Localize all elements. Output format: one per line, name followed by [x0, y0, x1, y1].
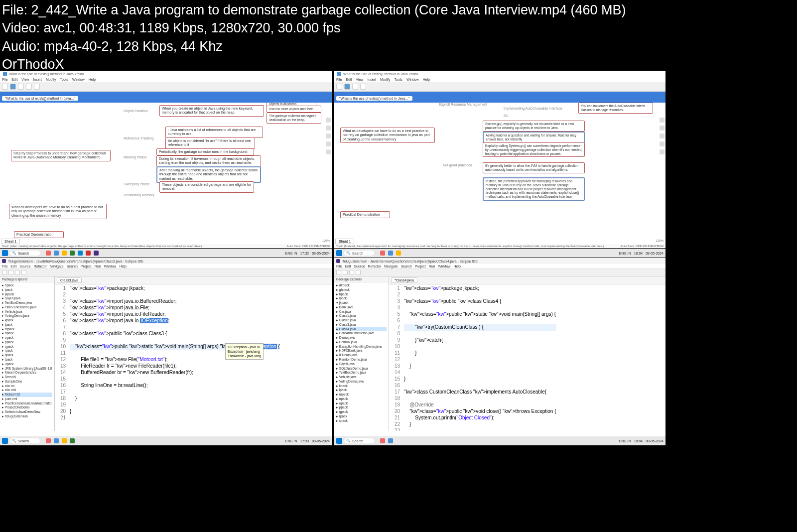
windows-taskbar-tr[interactable]: 🔍 Search ENG IN 18:04 08-05-2024 [334, 249, 665, 258]
completion-item[interactable]: Throwable - java.lang [228, 354, 261, 358]
tool-new[interactable] [336, 270, 341, 275]
tree-item[interactable]: ▸ Motoori.txt [2, 393, 52, 397]
menu-tools[interactable]: Tools [60, 78, 68, 81]
tool-new[interactable] [336, 84, 342, 90]
windows-taskbar-tl[interactable]: 🔍 Search ENG IN 17:32 08-05-2024 [0, 249, 332, 258]
node-root[interactable]: Step by Step Process to understand how g… [11, 150, 111, 161]
menu-project[interactable]: Project [81, 265, 92, 268]
menu-help[interactable]: Help [89, 78, 96, 81]
tree-item[interactable]: ▸ Bank.java [336, 305, 387, 310]
search-box[interactable]: 🔍 Search [344, 251, 374, 256]
tool-run[interactable] [356, 270, 361, 275]
tool-debug[interactable] [15, 270, 20, 275]
tree-item[interactable]: ▸ Demo.java [336, 336, 387, 340]
markers-icon[interactable] [660, 133, 664, 138]
tree-item[interactable]: ▸ Class2.java [336, 318, 387, 323]
app-icon[interactable] [46, 251, 51, 256]
date[interactable]: 08-05-2024 [646, 439, 664, 443]
tree-item[interactable]: ▸ lpack [336, 388, 387, 393]
search-box[interactable]: 🔍 Search [344, 438, 374, 443]
node-dev-best[interactable]: What as developers we have to do as a be… [9, 204, 107, 219]
app-icon[interactable] [70, 438, 75, 443]
tree-item[interactable]: ▸ TimeZonesDemo.java [2, 305, 52, 310]
format-icon[interactable] [326, 126, 331, 131]
menu-navigate[interactable]: Navigate [384, 265, 398, 268]
time[interactable]: 18:04 [634, 252, 643, 255]
tree-item[interactable]: ▸ HDFCBank.java [336, 349, 387, 353]
comments-icon[interactable] [326, 149, 331, 154]
menu-file[interactable]: File [336, 78, 342, 81]
node-marking-2[interactable]: During its execution, it traverses throu… [156, 155, 261, 167]
node-heap-2[interactable]: Used to store objects and their i [266, 106, 321, 113]
menu-tools[interactable]: Tools [395, 78, 402, 81]
format-icon[interactable] [660, 126, 664, 131]
menu-refactor[interactable]: Refactor [368, 265, 381, 268]
node-sweep[interactable]: These objects are considered garbage and… [159, 181, 254, 193]
node-ng-4[interactable]: It's generally better to allow the JVM t… [483, 162, 585, 173]
node-practical[interactable]: Practical Demonstration [340, 211, 390, 218]
menu-insert[interactable]: Insert [367, 78, 376, 81]
start-button[interactable] [336, 438, 342, 444]
code-lines[interactable]: "kw">class="kw">package jkpack;"kw">clas… [404, 285, 556, 431]
menu-run[interactable]: Run [429, 265, 435, 268]
tree-item[interactable]: ▸ upack [2, 362, 52, 367]
menu-search[interactable]: Search [67, 265, 78, 268]
comments-icon[interactable] [660, 149, 664, 154]
tree-item[interactable]: ▸ TextBoxDemo.java [336, 371, 387, 375]
node-ng-5-selected[interactable]: Instead, the preferred approach for mana… [483, 177, 585, 201]
menu-help[interactable]: Help [423, 78, 430, 81]
tree-item[interactable]: ▸ tpack [2, 358, 52, 362]
time[interactable]: 17:32 [300, 252, 309, 255]
windows-taskbar-br[interactable]: 🔍 Search ENG IN 18:04 08-05-2024 [334, 436, 665, 445]
menu-view[interactable]: View [21, 78, 29, 81]
menu-window[interactable]: Window [406, 78, 419, 81]
tree-item[interactable]: ▸ Class3.java [336, 323, 387, 327]
tree-item[interactable]: ▸ DateAndTimeDemo.java [336, 331, 387, 336]
search-box[interactable]: 🔍 Search [10, 438, 40, 443]
code-editor[interactable]: 123456789101112131415161718192021 "kw">c… [55, 284, 332, 422]
notes-icon[interactable] [660, 141, 664, 146]
tree-item[interactable]: ▸ Maven Dependencies [2, 371, 52, 375]
tree-item[interactable]: ▸ ProjectOneDemo [2, 405, 52, 410]
mindmap-canvas[interactable]: Step by Step Process to understand how g… [0, 103, 332, 247]
system-tray[interactable]: ENG IN 18:04 08-05-2024 [619, 252, 664, 255]
tree-item[interactable]: ▸ spack [336, 419, 387, 423]
markers-icon[interactable] [326, 133, 331, 138]
date[interactable]: 08-05-2024 [312, 439, 330, 443]
tree-item[interactable]: ▸ PracticeSeleniumJavaAutomationNin [2, 401, 52, 406]
menu-source[interactable]: Source [354, 265, 365, 268]
sheet-tab[interactable]: Sheet 1 [1, 239, 20, 244]
menu-edit[interactable]: Edit [345, 265, 351, 268]
sheet-tab[interactable]: Sheet 1 [335, 239, 354, 244]
zoom-label[interactable]: 120% [322, 239, 330, 242]
date[interactable]: 08-05-2024 [312, 252, 330, 255]
tree-item[interactable]: ▸ VotingDemo.java [336, 380, 387, 384]
menu-help[interactable]: Help [453, 265, 460, 268]
tree-item[interactable]: ▸ ipack [2, 288, 52, 292]
node-dev-best[interactable]: What as developers we have to do as a be… [340, 128, 435, 143]
tool-save[interactable] [343, 270, 348, 275]
tool-redo[interactable] [34, 84, 40, 90]
tree-item[interactable]: ▸ kpack [2, 318, 52, 323]
tree-item[interactable]: ▸ TeluguSelenium [2, 414, 52, 419]
node-reftrack-1[interactable]: : Java maintains a list of references to… [165, 127, 263, 138]
lang[interactable]: ENG IN [619, 252, 631, 255]
tool-undo[interactable] [360, 84, 366, 90]
package-tree[interactable]: ▸ hpack▸ ipack▾ jkpack ▸ SayHi.java ▸ Te… [0, 282, 54, 420]
menu-help[interactable]: Help [119, 265, 126, 268]
app-icon[interactable] [78, 251, 83, 256]
tree-item[interactable]: ▸ DemoN [2, 375, 52, 380]
tree-item[interactable]: ▸ TextBoxDemo.java [2, 301, 52, 305]
menu-edit[interactable]: Edit [10, 265, 16, 268]
tool-run[interactable] [21, 270, 26, 275]
tree-item[interactable]: ▸ Car.java [336, 310, 387, 314]
node-ng-2[interactable]: Asking teacher a question and waiting fo… [483, 132, 585, 143]
app-icon[interactable] [54, 438, 59, 443]
app-icon[interactable] [396, 251, 401, 256]
tree-item[interactable]: ▸ dirpack [336, 283, 387, 288]
lang[interactable]: ENG IN [285, 439, 297, 443]
menu-view[interactable]: View [356, 78, 363, 81]
outline-icon[interactable] [326, 118, 331, 123]
tree-item[interactable]: ▸ SeleniumJavaDemoNew [2, 410, 52, 414]
completion-item[interactable]: IOException - java.io [228, 345, 261, 349]
